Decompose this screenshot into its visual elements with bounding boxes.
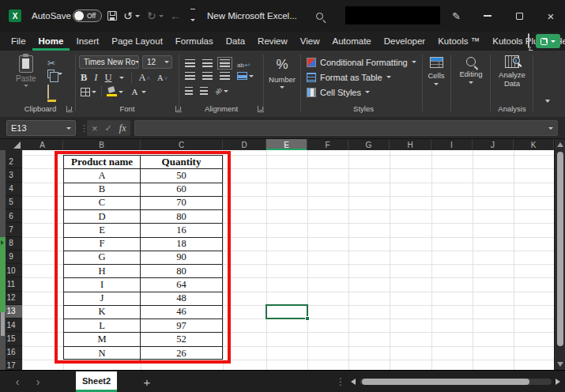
column-header-F[interactable]: F bbox=[307, 139, 348, 150]
borders-button[interactable] bbox=[81, 88, 96, 96]
italic-button[interactable]: I bbox=[94, 72, 97, 84]
tab-file[interactable]: File bbox=[5, 32, 32, 51]
minimize-icon bbox=[484, 15, 492, 16]
copy-button[interactable] bbox=[47, 70, 62, 78]
conditional-formatting-button[interactable]: Conditional Formatting bbox=[307, 55, 416, 70]
column-header-D[interactable]: D bbox=[223, 139, 266, 150]
share-button[interactable] bbox=[536, 34, 560, 48]
increase-indent-icon[interactable] bbox=[200, 87, 208, 95]
align-top-icon[interactable] bbox=[185, 59, 195, 67]
column-header-A[interactable]: A bbox=[22, 139, 63, 150]
spreadsheet-grid: ABCDEFGHIJK 234567891011121314151617 Pro… bbox=[0, 139, 565, 370]
scroll-left-icon[interactable] bbox=[351, 379, 356, 385]
cancel-button[interactable]: × bbox=[92, 122, 98, 134]
tab-review[interactable]: Review bbox=[251, 32, 294, 51]
analyze-data-button[interactable]: Analyze Data bbox=[493, 55, 531, 88]
tab-view[interactable]: View bbox=[294, 32, 326, 51]
format-painter-button[interactable] bbox=[47, 85, 49, 100]
select-all-corner[interactable] bbox=[0, 139, 22, 150]
column-header-E[interactable]: E bbox=[266, 139, 307, 150]
column-header-K[interactable]: K bbox=[514, 139, 554, 150]
maximize-button[interactable] bbox=[503, 0, 535, 32]
orientation-button[interactable]: ab bbox=[215, 88, 228, 95]
align-bottom-icon[interactable] bbox=[220, 59, 230, 67]
underline-dropdown[interactable] bbox=[119, 77, 124, 79]
tab-developer[interactable]: Developer bbox=[378, 32, 431, 51]
name-box[interactable]: E13 bbox=[6, 120, 76, 136]
font-color-button[interactable]: A bbox=[130, 89, 146, 96]
ribbon-collapse-chevron-icon[interactable] bbox=[545, 100, 550, 103]
format-as-table-button[interactable]: Format as Table bbox=[307, 70, 416, 85]
new-sheet-button[interactable]: + bbox=[139, 371, 155, 392]
column-header-B[interactable]: B bbox=[63, 139, 141, 150]
tab-insert[interactable]: Insert bbox=[70, 32, 105, 51]
center-icon[interactable] bbox=[202, 72, 213, 80]
merge-center-button[interactable] bbox=[237, 72, 254, 80]
tab-home[interactable]: Home bbox=[32, 32, 70, 51]
cells-button[interactable]: Cells bbox=[424, 57, 449, 85]
align-right-icon[interactable] bbox=[220, 72, 230, 80]
autosave-toggle[interactable]: Off bbox=[73, 0, 102, 32]
redo-dropdown[interactable] bbox=[159, 0, 164, 32]
tab-kutools-[interactable]: Kutools ™ bbox=[431, 32, 486, 51]
font-name-combo[interactable]: Times New Ro bbox=[79, 55, 139, 69]
ink-button[interactable]: ✎ bbox=[452, 0, 461, 32]
side-pane-scrollbar[interactable] bbox=[0, 150, 6, 370]
tab-data[interactable]: Data bbox=[220, 32, 251, 51]
decrease-font-size-button[interactable]: A˅ bbox=[157, 74, 168, 82]
wrap-text-button[interactable]: ab↩ bbox=[237, 56, 250, 70]
decrease-indent-icon[interactable] bbox=[185, 87, 193, 95]
vertical-scroll-thumb[interactable] bbox=[557, 152, 563, 346]
enter-button[interactable]: ✓ bbox=[105, 123, 112, 134]
redo-button[interactable]: ↻ bbox=[147, 0, 156, 32]
tab-formulas[interactable]: Formulas bbox=[169, 32, 220, 51]
cut-button[interactable]: ✂ bbox=[47, 55, 55, 70]
fill-handle[interactable] bbox=[305, 316, 310, 321]
tab-scroll-separator[interactable]: ⋮ bbox=[336, 371, 345, 392]
scroll-down-icon[interactable] bbox=[557, 362, 563, 367]
close-button[interactable]: × bbox=[535, 0, 565, 32]
editing-button[interactable]: Editing bbox=[454, 57, 488, 84]
number-format-button[interactable]: % Number bbox=[266, 57, 299, 89]
scroll-right-icon[interactable] bbox=[556, 379, 560, 385]
underline-button[interactable]: U bbox=[105, 72, 112, 84]
paste-button[interactable]: Paste bbox=[16, 55, 36, 87]
back-button[interactable]: ← bbox=[170, 0, 181, 32]
column-header-I[interactable]: I bbox=[431, 139, 473, 150]
save-button[interactable] bbox=[107, 0, 117, 32]
fill-color-button[interactable] bbox=[107, 87, 123, 96]
formula-input[interactable] bbox=[134, 120, 558, 136]
undo-dropdown[interactable] bbox=[135, 0, 140, 32]
next-sheet-button[interactable]: › bbox=[30, 371, 46, 392]
save-icon bbox=[107, 11, 117, 21]
undo-button[interactable]: ↺ bbox=[123, 0, 133, 32]
font-color-icon: A bbox=[130, 89, 140, 96]
insert-function-button[interactable]: fx bbox=[119, 122, 126, 134]
tab-automate[interactable]: Automate bbox=[326, 32, 378, 51]
analyze-data-label: Analyze Data bbox=[493, 70, 531, 88]
sheet-tab-sheet2[interactable]: Sheet2 bbox=[76, 371, 117, 392]
tab-page-layout[interactable]: Page Layout bbox=[105, 32, 169, 51]
align-left-icon[interactable] bbox=[185, 72, 195, 80]
column-header-G[interactable]: G bbox=[348, 139, 390, 150]
increase-font-size-button[interactable]: A˄ bbox=[139, 72, 151, 84]
bold-button[interactable]: B bbox=[81, 72, 87, 84]
cells-group: Cells bbox=[424, 51, 449, 117]
editing-label: Editing bbox=[459, 70, 482, 78]
clipboard-dialog-launcher[interactable] bbox=[66, 106, 73, 112]
styles-group-label: Styles bbox=[307, 104, 420, 113]
minimize-button[interactable] bbox=[472, 0, 503, 32]
vertical-scrollbar[interactable] bbox=[554, 139, 565, 370]
cell-styles-button[interactable]: Cell Styles bbox=[307, 85, 416, 100]
comments-button[interactable] bbox=[528, 34, 529, 48]
align-middle-icon[interactable] bbox=[202, 59, 213, 67]
customize-qat-button[interactable] bbox=[190, 0, 195, 32]
column-header-C[interactable]: C bbox=[141, 139, 223, 150]
horizontal-scroll-thumb[interactable] bbox=[362, 379, 529, 385]
column-header-H[interactable]: H bbox=[390, 139, 431, 150]
font-size-combo[interactable]: 12 bbox=[142, 55, 172, 69]
column-header-J[interactable]: J bbox=[473, 139, 514, 150]
scroll-up-icon[interactable] bbox=[557, 142, 563, 147]
search-button[interactable] bbox=[316, 0, 323, 32]
previous-sheet-button[interactable]: ‹ bbox=[9, 371, 25, 392]
